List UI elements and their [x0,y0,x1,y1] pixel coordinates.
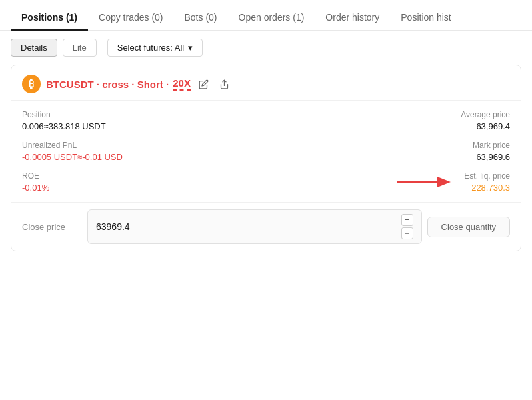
price-increment-button[interactable]: + [401,214,413,226]
tab-position-hist[interactable]: Position hist [390,5,461,31]
field-position: Position 0.006≈383.818 USDT [22,110,106,131]
share-button[interactable] [217,78,232,91]
close-price-value: 63969.4 [96,221,130,232]
pair-name: BTCUSDT · cross · Short · [46,79,169,90]
leverage-badge: 20X [173,77,191,91]
row-position: Position 0.006≈383.818 USDT Average pric… [22,110,510,131]
tab-order-history[interactable]: Order history [315,5,390,31]
row-unrealized: Unrealized PnL -0.0005 USDT≈-0.01 USD Ma… [22,141,510,162]
svg-marker-2 [437,177,451,187]
btc-icon: ₿ [22,75,41,93]
average-price-value: 63,969.4 [461,121,510,131]
tab-positions[interactable]: Positions (1) [11,5,88,31]
field-roe: ROE -0.01% [22,171,49,193]
card-body: Position 0.006≈383.818 USDT Average pric… [11,101,521,202]
close-price-label: Close price [22,222,82,232]
toolbar: Details Lite Select futures: All ▾ [0,31,532,65]
field-mark-price: Mark price 63,969.6 [473,141,510,162]
average-price-label: Average price [461,110,510,119]
select-futures-dropdown[interactable]: Select futures: All ▾ [107,39,203,57]
field-average-price: Average price 63,969.4 [461,110,510,131]
close-quantity-button[interactable]: Close quantity [427,217,510,237]
field-unrealized-pnl: Unrealized PnL -0.0005 USDT≈-0.01 USD [22,141,123,162]
details-button[interactable]: Details [11,39,57,57]
price-decrement-button[interactable]: − [401,227,413,239]
tab-open-orders[interactable]: Open orders (1) [228,5,315,31]
position-label: Position [22,110,106,119]
roe-value: -0.01% [22,183,49,193]
mark-price-value: 63,969.6 [473,152,510,162]
pair-info: BTCUSDT · cross · Short · 20X [46,77,191,91]
lite-button[interactable]: Lite [63,39,97,57]
close-bar: Close price 63969.4 + − Close quantity [11,202,521,251]
roe-label: ROE [22,171,49,181]
edit-button[interactable] [196,78,211,91]
chevron-down-icon: ▾ [188,43,193,53]
position-card: ₿ BTCUSDT · cross · Short · 20X Position [11,65,521,251]
field-est-liq-price: Est. liq. price 228,730.3 [464,171,510,193]
position-value: 0.006≈383.818 USDT [22,121,106,131]
row-roe: ROE -0.01% Est. liq. price 228,730.3 [22,171,510,193]
close-price-input-wrap[interactable]: 63969.4 + − [87,209,422,244]
card-header: ₿ BTCUSDT · cross · Short · 20X [11,65,521,101]
est-liq-price-label: Est. liq. price [464,171,510,181]
est-liq-price-value: 228,730.3 [464,183,510,193]
unrealized-pnl-value: -0.0005 USDT≈-0.01 USD [22,152,123,162]
mark-price-label: Mark price [473,141,510,150]
tab-copy-trades[interactable]: Copy trades (0) [88,5,173,31]
select-futures-label: Select futures: All [117,43,184,53]
price-stepper[interactable]: + − [401,214,413,239]
red-arrow-icon [397,172,451,192]
arrow-indicator [49,172,464,192]
tab-bar: Positions (1) Copy trades (0) Bots (0) O… [0,0,532,31]
unrealized-pnl-label: Unrealized PnL [22,141,123,150]
tab-bots[interactable]: Bots (0) [174,5,228,31]
